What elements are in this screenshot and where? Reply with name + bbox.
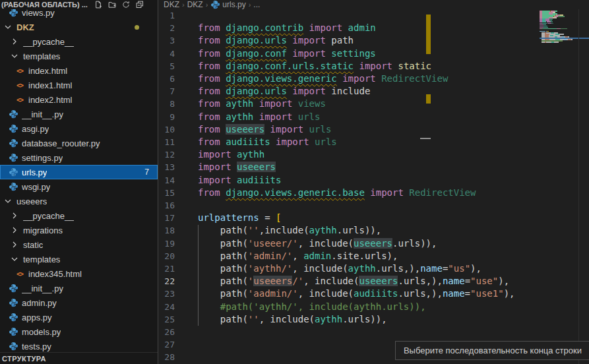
code-line-18[interactable]: 18 path('',include(aythh.urls)), bbox=[158, 224, 589, 237]
tree-item-index345-html[interactable]: <>index345.html bbox=[0, 266, 158, 281]
new-folder-icon[interactable] bbox=[108, 1, 116, 9]
tree-item--pycache-[interactable]: __pycache__ bbox=[0, 34, 158, 49]
code-line-9[interactable]: 9from aythh import urls bbox=[158, 111, 589, 123]
collapse-all-icon[interactable] bbox=[136, 1, 144, 9]
breadcrumb[interactable]: DKZ›DKZ›urls.py›... bbox=[158, 0, 589, 9]
tree-item-index1-html[interactable]: <>index1.html bbox=[0, 78, 158, 92]
code-token: import bbox=[365, 187, 409, 198]
code-line-8[interactable]: 8from aythh import views bbox=[158, 98, 589, 110]
code-line-24[interactable]: 24 #path('aythh/', include(aythh.urls)), bbox=[158, 301, 589, 313]
chevron-right-icon bbox=[9, 239, 20, 250]
tree-item-urls-py[interactable]: urls.py7 bbox=[0, 165, 158, 179]
breadcrumb-item[interactable]: DKZ bbox=[187, 0, 203, 9]
line-number: 23 bbox=[158, 288, 175, 300]
chevron-right-icon bbox=[9, 225, 20, 235]
new-file-icon[interactable] bbox=[94, 1, 102, 9]
tree-item-settings-py[interactable]: settings.py bbox=[0, 150, 158, 165]
problems-badge: 7 bbox=[144, 167, 149, 177]
tree-item-static[interactable]: static bbox=[0, 237, 158, 252]
code-token: .urls,), bbox=[376, 263, 420, 274]
python-file-icon bbox=[8, 341, 18, 351]
breadcrumb-item[interactable]: ... bbox=[253, 0, 260, 9]
chevron-down-icon bbox=[3, 22, 13, 32]
code-token: .urls,), bbox=[398, 288, 442, 299]
code-line-13[interactable]: 13import useeers bbox=[158, 161, 589, 173]
code-token: import bbox=[264, 124, 309, 135]
code-token: django.views.generic bbox=[226, 73, 337, 84]
line-number: 11 bbox=[158, 136, 175, 148]
tree-item-apps-py[interactable]: apps.py bbox=[0, 310, 158, 324]
code-line-25[interactable]: 25 path('', include(aythh.urls)), bbox=[158, 313, 589, 326]
code-token: import bbox=[253, 111, 297, 122]
code-token: name bbox=[420, 263, 443, 274]
python-file-icon bbox=[9, 298, 18, 307]
code-line-1[interactable]: 1 bbox=[158, 9, 589, 22]
code-token: import bbox=[287, 86, 331, 96]
code-token: ), bbox=[470, 263, 481, 274]
tree-item-index2-html[interactable]: <>index2.html bbox=[0, 92, 158, 107]
html-file-icon: <> bbox=[15, 80, 25, 90]
tree-item-templates[interactable]: templates bbox=[0, 49, 158, 63]
statusbar-tooltip: Выберите последовательность конца строки bbox=[395, 341, 589, 360]
overview-mark bbox=[420, 138, 431, 139]
tree-item-useeers[interactable]: useeers bbox=[0, 194, 158, 208]
breadcrumb-item[interactable]: DKZ bbox=[164, 0, 179, 9]
line-number: 24 bbox=[158, 301, 175, 313]
python-file-icon bbox=[8, 312, 18, 322]
tree-item-admin-py[interactable]: admin.py bbox=[0, 295, 158, 310]
chevron-right-icon bbox=[9, 36, 20, 47]
code-line-19[interactable]: 19 path('useeer/', include(useeers.urls)… bbox=[158, 237, 589, 250]
tree-item-index-html[interactable]: <>index.html bbox=[0, 63, 158, 78]
code-line-21[interactable]: 21 path('aythh/', include(aythh.urls,),n… bbox=[158, 262, 589, 275]
code-line-10[interactable]: 10from useeers import urls bbox=[158, 123, 589, 136]
python-file-icon bbox=[9, 153, 18, 162]
outline-section-header[interactable]: СТРУКТУРА bbox=[0, 352, 158, 364]
code-token: django.contrib bbox=[226, 22, 303, 33]
tree-item-label: wsgi.py bbox=[22, 182, 50, 192]
chevron-down-icon bbox=[9, 254, 20, 264]
tree-item--init-py[interactable]: __init__.py bbox=[0, 107, 158, 121]
tree-item--init-py[interactable]: __init__.py bbox=[0, 281, 158, 295]
tree-item-asgi-py[interactable]: asgi.py bbox=[0, 121, 158, 136]
code-token: useeers bbox=[237, 162, 276, 172]
tree-item-label: __init__.py bbox=[22, 109, 63, 119]
tree-item--pycache-[interactable]: __pycache__ bbox=[0, 208, 158, 223]
code-line-11[interactable]: 11from audiiits import urls bbox=[158, 136, 589, 148]
python-file-icon bbox=[9, 327, 18, 336]
code-line-12[interactable]: 12import aythh bbox=[158, 148, 589, 161]
code-line-4[interactable]: 4from django.conf import settings bbox=[158, 47, 589, 60]
chevron-right-icon bbox=[9, 36, 20, 47]
code-line-15[interactable]: 15from django.views.generic.base import … bbox=[158, 187, 589, 199]
code-area[interactable]: 12from django.contrib import admin3from … bbox=[158, 9, 589, 364]
tree-item-dkz[interactable]: DKZ bbox=[0, 20, 158, 34]
code-line-6[interactable]: 6from django.views.generic import Redire… bbox=[158, 73, 589, 85]
code-line-22[interactable]: 22 path('useeers/', include(useeers.urls… bbox=[158, 275, 589, 288]
line-number: 9 bbox=[158, 111, 175, 123]
tree-item-wsgi-py[interactable]: wsgi.py bbox=[0, 179, 158, 194]
minimap[interactable] bbox=[540, 9, 578, 161]
code-line-26[interactable]: 26 bbox=[158, 326, 589, 338]
tree-item-migrations[interactable]: migrations bbox=[0, 223, 158, 237]
code-line-5[interactable]: 5from django.conf.urls.static import sta… bbox=[158, 60, 589, 73]
code-line-3[interactable]: 3from django.urls import path bbox=[158, 34, 589, 47]
refresh-icon[interactable] bbox=[122, 1, 130, 9]
line-number: 13 bbox=[158, 161, 175, 173]
line-number: 7 bbox=[158, 85, 175, 98]
chevron-down-icon bbox=[9, 51, 20, 61]
tree-item-tests-py[interactable]: tests.py bbox=[0, 339, 158, 353]
breadcrumb-item[interactable]: urls.py bbox=[222, 0, 245, 9]
code-line-16[interactable]: 16 bbox=[158, 199, 589, 212]
tree-item-templates[interactable]: templates bbox=[0, 252, 158, 266]
code-line-20[interactable]: 20 path('admin/', admin.site.urls), bbox=[158, 250, 589, 262]
explorer-section-header[interactable]: (РАБОЧАЯ ОБЛАСТЬ) ... bbox=[0, 0, 158, 9]
code-line-14[interactable]: 14import audiiits bbox=[158, 174, 589, 187]
breadcrumb-separator-icon: › bbox=[249, 1, 251, 9]
chevron-down-icon bbox=[9, 254, 20, 264]
code-line-17[interactable]: 17urlpatterns = [ bbox=[158, 212, 589, 224]
tree-item-database-roouter-py[interactable]: database_roouter.py bbox=[0, 136, 158, 150]
tree-item-models-py[interactable]: models.py bbox=[0, 324, 158, 339]
code-token: aythh bbox=[315, 314, 342, 324]
code-line-23[interactable]: 23 path('aadmin/', include(audiiits.urls… bbox=[158, 288, 589, 300]
code-line-2[interactable]: 2from django.contrib import admin bbox=[158, 22, 589, 34]
code-line-7[interactable]: 7from django.urls import include bbox=[158, 85, 589, 98]
